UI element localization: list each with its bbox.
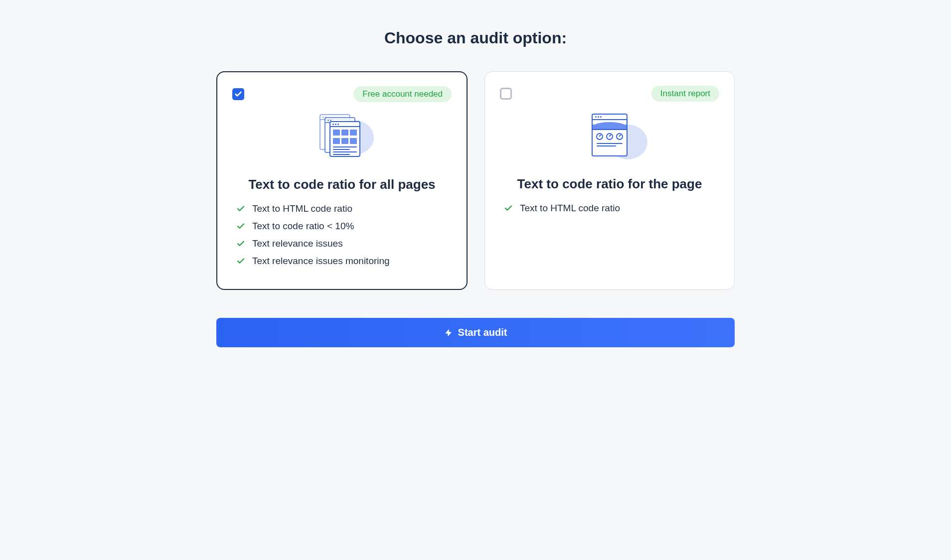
lightning-icon	[444, 328, 453, 337]
option-title: Text to code ratio for the page	[500, 176, 719, 192]
single-page-illustration-icon	[500, 114, 719, 163]
cta-label: Start audit	[458, 327, 507, 338]
audit-option-all-pages[interactable]: Free account needed	[216, 71, 468, 290]
card-header: Free account needed	[232, 86, 452, 102]
feature-label: Text to code ratio < 10%	[252, 221, 354, 232]
feature-list: Text to HTML code ratio Text to code rat…	[232, 203, 452, 267]
feature-item: Text to code ratio < 10%	[236, 221, 452, 232]
feature-label: Text relevance issues	[252, 238, 343, 249]
option-badge: Instant report	[651, 86, 719, 102]
check-icon	[236, 204, 245, 213]
option-title: Text to code ratio for all pages	[232, 177, 452, 192]
feature-item: Text relevance issues monitoring	[236, 256, 452, 267]
feature-list: Text to HTML code ratio	[500, 203, 719, 214]
checkbox-unchecked-icon[interactable]	[500, 88, 512, 100]
feature-item: Text relevance issues	[236, 238, 452, 249]
checkbox-checked-icon[interactable]	[232, 88, 244, 100]
start-audit-button[interactable]: Start audit	[216, 318, 735, 347]
check-icon	[236, 239, 245, 248]
feature-label: Text to HTML code ratio	[252, 203, 352, 214]
multi-page-illustration-icon	[232, 114, 452, 164]
audit-option-single-page[interactable]: Instant report	[484, 71, 735, 290]
audit-options-row: Free account needed	[216, 71, 735, 290]
check-icon	[504, 204, 513, 213]
feature-label: Text to HTML code ratio	[520, 203, 620, 214]
feature-item: Text to HTML code ratio	[504, 203, 719, 214]
page-title: Choose an audit option:	[216, 29, 735, 47]
card-header: Instant report	[500, 86, 719, 102]
check-icon	[236, 257, 245, 266]
feature-item: Text to HTML code ratio	[236, 203, 452, 214]
feature-label: Text relevance issues monitoring	[252, 256, 390, 267]
option-badge: Free account needed	[353, 86, 452, 102]
check-icon	[236, 222, 245, 231]
